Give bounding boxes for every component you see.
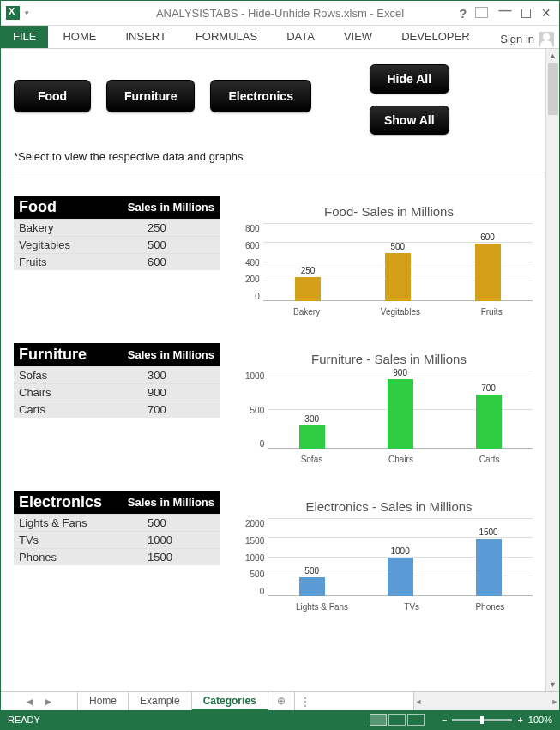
ribbon-tabs: FILE HOME INSERT FORMULAS DATA VIEW DEVE… <box>1 26 559 49</box>
bar <box>388 558 413 596</box>
excel-icon <box>6 6 20 20</box>
table-row: Sofas300 <box>14 366 220 383</box>
tab-formulas[interactable]: FORMULAS <box>181 26 272 48</box>
tab-insert[interactable]: INSERT <box>111 26 180 48</box>
electronics-chart: Electronics - Sales in Millions 2000 150… <box>245 491 533 618</box>
bar <box>388 379 413 449</box>
chart-title: Furniture - Sales in Millions <box>245 343 533 366</box>
table-row: Bakery250 <box>14 219 220 236</box>
zoom-out-icon[interactable]: − <box>442 715 447 725</box>
food-header: Food <box>14 196 128 219</box>
bar <box>299 577 325 596</box>
view-pagebreak-icon[interactable] <box>407 714 425 726</box>
ribbon-display-icon[interactable] <box>477 6 488 21</box>
scroll-thumb[interactable] <box>548 63 558 115</box>
scroll-up-icon[interactable]: ▲ <box>546 49 559 63</box>
help-icon[interactable]: ? <box>459 6 467 21</box>
electronics-table: ElectronicsSales in Millions Lights & Fa… <box>14 491 220 618</box>
sheet-tab-home[interactable]: Home <box>78 692 129 710</box>
sheet-nav-prev-icon[interactable]: ◄ <box>25 696 35 708</box>
scroll-left-icon[interactable]: ◄ <box>414 697 423 706</box>
tab-view[interactable]: VIEW <box>329 26 387 48</box>
tab-split-icon[interactable]: ⋮ <box>294 692 316 710</box>
furniture-table: FurnitureSales in Millions Sofas300 Chai… <box>14 343 220 470</box>
zoom-slider[interactable] <box>452 719 512 721</box>
bar <box>476 539 502 596</box>
furniture-chart: Furniture - Sales in Millions 1000 500 0… <box>245 343 533 470</box>
table-row: Chairs900 <box>14 383 220 401</box>
horizontal-scrollbar[interactable]: ◄ ► <box>413 692 559 710</box>
sheet-tab-bar: ◄ ► Home Example Categories ⊕ ⋮ ◄ ► <box>1 691 559 710</box>
tab-developer[interactable]: DEVELOPER <box>387 26 478 48</box>
table-row: Lights & Fans500 <box>14 514 220 531</box>
col-header: Sales in Millions <box>128 196 220 219</box>
furniture-header: Furniture <box>14 343 128 366</box>
scroll-down-icon[interactable]: ▼ <box>546 678 559 691</box>
electronics-header: Electronics <box>14 491 128 514</box>
show-all-button[interactable]: Show All <box>370 106 449 135</box>
bar <box>475 244 501 301</box>
bar <box>295 277 321 301</box>
sign-in[interactable]: Sign in <box>500 26 559 48</box>
bar <box>385 253 411 301</box>
chart-title: Electronics - Sales in Millions <box>245 491 533 514</box>
maximize-icon[interactable] <box>521 9 531 18</box>
electronics-button[interactable]: Electronics <box>210 80 310 112</box>
avatar-icon <box>539 32 554 47</box>
sign-in-label: Sign in <box>500 33 534 45</box>
qat-dropdown-icon[interactable]: ▾ <box>25 9 33 17</box>
close-icon[interactable]: × <box>541 4 551 22</box>
table-row: Carts700 <box>14 401 220 418</box>
chart-title: Food- Sales in Millions <box>245 196 533 219</box>
view-pagelayout-icon[interactable] <box>388 714 406 726</box>
worksheet-area[interactable]: Food Furniture Electronics Hide All Show… <box>1 49 545 691</box>
table-row: Phones1500 <box>14 548 220 565</box>
sheet-tab-categories[interactable]: Categories <box>192 692 268 710</box>
bar <box>299 425 325 449</box>
zoom-in-icon[interactable]: + <box>517 715 522 725</box>
file-tab[interactable]: FILE <box>1 26 48 48</box>
status-ready: READY <box>8 715 40 725</box>
table-row: TVs1000 <box>14 531 220 548</box>
food-button[interactable]: Food <box>14 80 91 112</box>
add-sheet-icon[interactable]: ⊕ <box>268 692 294 710</box>
view-normal-icon[interactable] <box>370 714 387 726</box>
table-row: Fruits600 <box>14 253 220 270</box>
tab-home[interactable]: HOME <box>48 26 111 48</box>
food-table: FoodSales in Millions Bakery250 Vegitabl… <box>14 196 220 323</box>
tab-data[interactable]: DATA <box>272 26 329 48</box>
hint-text: *Select to view the respective data and … <box>14 150 533 163</box>
vertical-scrollbar[interactable]: ▲ ▼ <box>545 49 559 691</box>
hide-all-button[interactable]: Hide All <box>370 64 449 94</box>
furniture-button[interactable]: Furniture <box>106 80 195 112</box>
scroll-right-icon[interactable]: ► <box>551 697 559 706</box>
sheet-tab-example[interactable]: Example <box>129 692 192 710</box>
titlebar: ▾ ANALYSISTABS - Hide-Unhide Rows.xlsm -… <box>1 1 559 26</box>
table-row: Vegitables500 <box>14 236 220 253</box>
bar <box>476 395 502 449</box>
status-bar: READY − + 100% <box>1 710 559 729</box>
sheet-nav-next-icon[interactable]: ► <box>44 696 54 708</box>
zoom-level[interactable]: 100% <box>528 715 552 725</box>
minimize-icon[interactable]: — <box>498 3 511 17</box>
food-chart: Food- Sales in Millions 800 600 400 200 … <box>245 196 533 323</box>
